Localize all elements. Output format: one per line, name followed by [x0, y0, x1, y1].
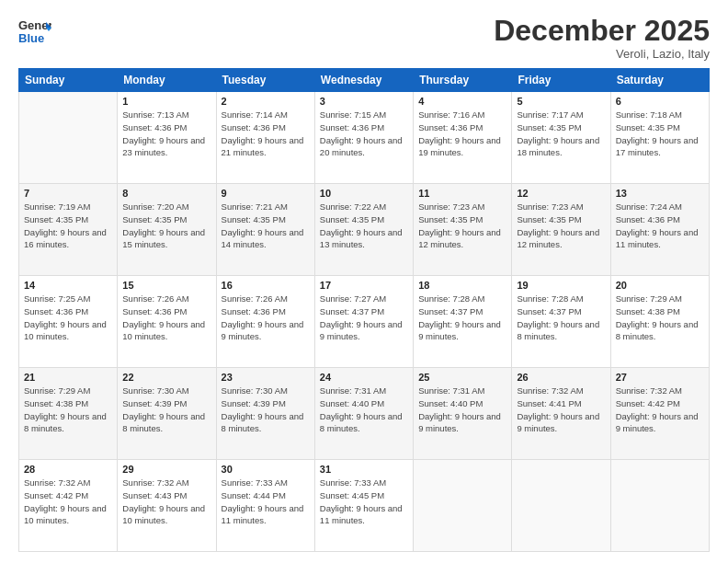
calendar-week-row: 1Sunrise: 7:13 AMSunset: 4:36 PMDaylight…	[19, 92, 710, 184]
day-number: 1	[122, 96, 210, 107]
day-number: 19	[517, 280, 605, 291]
day-info: Sunrise: 7:23 AMSunset: 4:35 PMDaylight:…	[517, 201, 605, 251]
table-row	[512, 460, 610, 552]
day-info: Sunrise: 7:26 AMSunset: 4:36 PMDaylight:…	[222, 293, 310, 343]
day-number: 12	[517, 188, 605, 199]
day-info: Sunrise: 7:13 AMSunset: 4:36 PMDaylight:…	[122, 109, 210, 159]
day-info: Sunrise: 7:33 AMSunset: 4:45 PMDaylight:…	[320, 477, 408, 527]
day-info: Sunrise: 7:27 AMSunset: 4:37 PMDaylight:…	[320, 293, 408, 343]
location: Veroli, Lazio, Italy	[494, 47, 710, 61]
calendar-week-row: 14Sunrise: 7:25 AMSunset: 4:36 PMDayligh…	[19, 276, 710, 368]
logo: General Blue	[18, 15, 51, 48]
day-number: 9	[222, 188, 310, 199]
day-number: 28	[24, 464, 112, 475]
table-row: 15Sunrise: 7:26 AMSunset: 4:36 PMDayligh…	[118, 276, 216, 368]
table-row: 19Sunrise: 7:28 AMSunset: 4:37 PMDayligh…	[512, 276, 610, 368]
table-row: 13Sunrise: 7:24 AMSunset: 4:36 PMDayligh…	[610, 184, 709, 276]
table-row: 3Sunrise: 7:15 AMSunset: 4:36 PMDaylight…	[314, 92, 413, 184]
day-number: 21	[24, 372, 112, 383]
day-info: Sunrise: 7:33 AMSunset: 4:44 PMDaylight:…	[222, 477, 310, 527]
day-number: 10	[320, 188, 408, 199]
table-row: 27Sunrise: 7:32 AMSunset: 4:42 PMDayligh…	[610, 368, 709, 460]
day-info: Sunrise: 7:31 AMSunset: 4:40 PMDaylight:…	[320, 385, 408, 435]
calendar-week-row: 7Sunrise: 7:19 AMSunset: 4:35 PMDaylight…	[19, 184, 710, 276]
day-number: 4	[418, 96, 506, 107]
header: General Blue December 2025 Veroli, Lazio…	[18, 15, 710, 61]
day-number: 13	[616, 188, 704, 199]
table-row: 14Sunrise: 7:25 AMSunset: 4:36 PMDayligh…	[19, 276, 118, 368]
day-info: Sunrise: 7:24 AMSunset: 4:36 PMDaylight:…	[616, 201, 704, 251]
col-friday: Friday	[512, 69, 610, 92]
table-row: 8Sunrise: 7:20 AMSunset: 4:35 PMDaylight…	[118, 184, 216, 276]
day-number: 24	[320, 372, 408, 383]
day-number: 29	[122, 464, 210, 475]
svg-text:Blue: Blue	[18, 31, 44, 45]
day-info: Sunrise: 7:28 AMSunset: 4:37 PMDaylight:…	[418, 293, 506, 343]
table-row: 4Sunrise: 7:16 AMSunset: 4:36 PMDaylight…	[414, 92, 512, 184]
table-row: 5Sunrise: 7:17 AMSunset: 4:35 PMDaylight…	[512, 92, 610, 184]
day-info: Sunrise: 7:23 AMSunset: 4:35 PMDaylight:…	[418, 201, 506, 251]
table-row: 21Sunrise: 7:29 AMSunset: 4:38 PMDayligh…	[19, 368, 118, 460]
day-info: Sunrise: 7:18 AMSunset: 4:35 PMDaylight:…	[616, 109, 704, 159]
col-tuesday: Tuesday	[216, 69, 314, 92]
table-row: 28Sunrise: 7:32 AMSunset: 4:42 PMDayligh…	[19, 460, 118, 552]
day-number: 31	[320, 464, 408, 475]
day-number: 27	[616, 372, 704, 383]
table-row: 24Sunrise: 7:31 AMSunset: 4:40 PMDayligh…	[314, 368, 413, 460]
day-number: 14	[24, 280, 112, 291]
calendar-week-row: 21Sunrise: 7:29 AMSunset: 4:38 PMDayligh…	[19, 368, 710, 460]
table-row: 1Sunrise: 7:13 AMSunset: 4:36 PMDaylight…	[118, 92, 216, 184]
day-info: Sunrise: 7:32 AMSunset: 4:41 PMDaylight:…	[517, 385, 605, 435]
day-info: Sunrise: 7:22 AMSunset: 4:35 PMDaylight:…	[320, 201, 408, 251]
day-info: Sunrise: 7:28 AMSunset: 4:37 PMDaylight:…	[517, 293, 605, 343]
col-saturday: Saturday	[610, 69, 709, 92]
table-row: 9Sunrise: 7:21 AMSunset: 4:35 PMDaylight…	[216, 184, 314, 276]
day-info: Sunrise: 7:20 AMSunset: 4:35 PMDaylight:…	[122, 201, 210, 251]
table-row: 7Sunrise: 7:19 AMSunset: 4:35 PMDaylight…	[19, 184, 118, 276]
table-row: 29Sunrise: 7:32 AMSunset: 4:43 PMDayligh…	[118, 460, 216, 552]
table-row	[19, 92, 118, 184]
day-info: Sunrise: 7:21 AMSunset: 4:35 PMDaylight:…	[222, 201, 310, 251]
day-number: 2	[222, 96, 310, 107]
table-row	[610, 460, 709, 552]
day-info: Sunrise: 7:25 AMSunset: 4:36 PMDaylight:…	[24, 293, 112, 343]
calendar-header-row: Sunday Monday Tuesday Wednesday Thursday…	[19, 69, 710, 92]
day-info: Sunrise: 7:30 AMSunset: 4:39 PMDaylight:…	[122, 385, 210, 435]
table-row: 20Sunrise: 7:29 AMSunset: 4:38 PMDayligh…	[610, 276, 709, 368]
day-number: 25	[418, 372, 506, 383]
col-monday: Monday	[118, 69, 216, 92]
day-number: 20	[616, 280, 704, 291]
table-row: 25Sunrise: 7:31 AMSunset: 4:40 PMDayligh…	[414, 368, 512, 460]
day-info: Sunrise: 7:31 AMSunset: 4:40 PMDaylight:…	[418, 385, 506, 435]
day-number: 15	[122, 280, 210, 291]
day-number: 11	[418, 188, 506, 199]
day-info: Sunrise: 7:15 AMSunset: 4:36 PMDaylight:…	[320, 109, 408, 159]
day-info: Sunrise: 7:17 AMSunset: 4:35 PMDaylight:…	[517, 109, 605, 159]
table-row: 2Sunrise: 7:14 AMSunset: 4:36 PMDaylight…	[216, 92, 314, 184]
day-info: Sunrise: 7:16 AMSunset: 4:36 PMDaylight:…	[418, 109, 506, 159]
day-number: 16	[222, 280, 310, 291]
day-info: Sunrise: 7:32 AMSunset: 4:42 PMDaylight:…	[24, 477, 112, 527]
table-row: 31Sunrise: 7:33 AMSunset: 4:45 PMDayligh…	[314, 460, 413, 552]
col-thursday: Thursday	[414, 69, 512, 92]
day-info: Sunrise: 7:29 AMSunset: 4:38 PMDaylight:…	[24, 385, 112, 435]
table-row: 16Sunrise: 7:26 AMSunset: 4:36 PMDayligh…	[216, 276, 314, 368]
day-number: 23	[222, 372, 310, 383]
day-info: Sunrise: 7:29 AMSunset: 4:38 PMDaylight:…	[616, 293, 704, 343]
table-row: 18Sunrise: 7:28 AMSunset: 4:37 PMDayligh…	[414, 276, 512, 368]
table-row: 26Sunrise: 7:32 AMSunset: 4:41 PMDayligh…	[512, 368, 610, 460]
logo-icon: General Blue	[18, 15, 51, 48]
day-info: Sunrise: 7:19 AMSunset: 4:35 PMDaylight:…	[24, 201, 112, 251]
table-row: 12Sunrise: 7:23 AMSunset: 4:35 PMDayligh…	[512, 184, 610, 276]
day-number: 17	[320, 280, 408, 291]
day-info: Sunrise: 7:32 AMSunset: 4:43 PMDaylight:…	[122, 477, 210, 527]
month-title: December 2025	[494, 15, 710, 47]
page: General Blue December 2025 Veroli, Lazio…	[0, 0, 728, 563]
calendar-week-row: 28Sunrise: 7:32 AMSunset: 4:42 PMDayligh…	[19, 460, 710, 552]
table-row: 17Sunrise: 7:27 AMSunset: 4:37 PMDayligh…	[314, 276, 413, 368]
col-wednesday: Wednesday	[314, 69, 413, 92]
day-info: Sunrise: 7:30 AMSunset: 4:39 PMDaylight:…	[222, 385, 310, 435]
day-info: Sunrise: 7:32 AMSunset: 4:42 PMDaylight:…	[616, 385, 704, 435]
day-number: 26	[517, 372, 605, 383]
calendar-table: Sunday Monday Tuesday Wednesday Thursday…	[18, 68, 710, 552]
